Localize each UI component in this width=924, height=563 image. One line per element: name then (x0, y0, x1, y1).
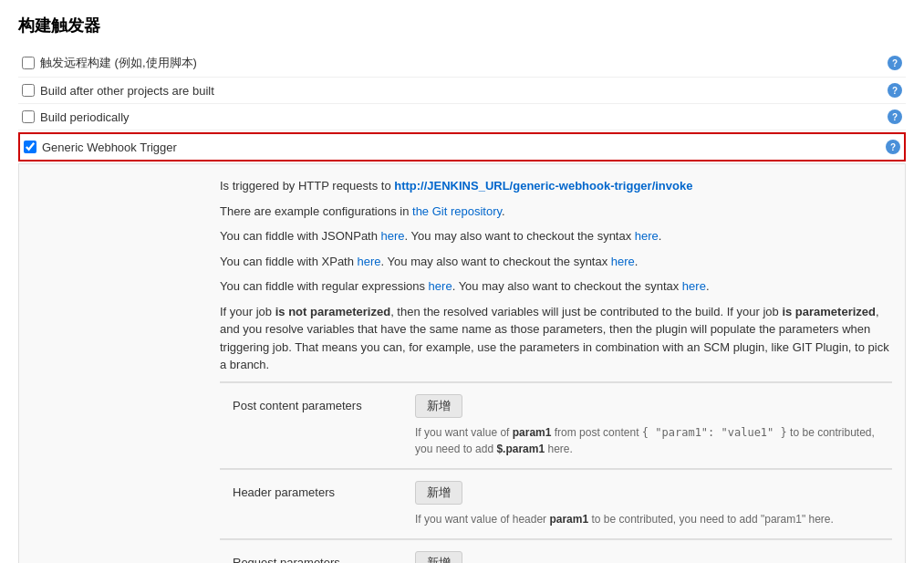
header-params-label: Header parameters (233, 481, 415, 499)
webhook-jsonpath-line: You can fiddle with JSONPath here. You m… (220, 227, 892, 245)
xpath-prefix: You can fiddle with XPath (220, 255, 358, 268)
xpath-here1-link[interactable]: here (358, 255, 381, 268)
generic-webhook-label: Generic Webhook Trigger (42, 141, 177, 154)
trigger-section: 触发远程构建 (例如,使用脚本) ? Build after other pro… (18, 49, 906, 563)
request-params-label: Request parameters (233, 551, 415, 564)
jsonpath-here2-link[interactable]: here (635, 229, 659, 243)
remote-trigger-help-icon[interactable]: ? (888, 56, 902, 70)
build-after-checkbox[interactable] (22, 84, 35, 97)
webhook-regex-line: You can fiddle with regular expressions … (220, 277, 892, 296)
header-params-section: Header parameters 新增 If you want value o… (220, 469, 892, 538)
request-params-section: Request parameters 新增 If you want value … (220, 539, 892, 564)
remote-trigger-label: 触发远程构建 (例如,使用脚本) (40, 55, 197, 71)
page-title: 构建触发器 (18, 15, 906, 36)
build-periodically-help-icon[interactable]: ? (888, 109, 902, 124)
regex-here1-link[interactable]: here (429, 279, 452, 293)
generic-webhook-help-icon[interactable]: ? (886, 140, 900, 154)
xpath-here2-link[interactable]: here (611, 255, 635, 268)
webhook-content-area: Is triggered by HTTP requests to http://… (18, 163, 906, 563)
post-content-add-button[interactable]: 新增 (415, 394, 462, 418)
remote-trigger-checkbox[interactable] (22, 57, 35, 69)
trigger-item-remote: 触发远程构建 (例如,使用脚本) ? (18, 49, 906, 78)
header-params-hint: If you want value of header param1 to be… (415, 511, 879, 527)
parameterized-note: If your job is not parameterized, then t… (220, 303, 892, 374)
jsonpath-here1-link[interactable]: here (381, 229, 405, 243)
page-container: 构建触发器 触发远程构建 (例如,使用脚本) ? Build after oth… (0, 0, 924, 563)
webhook-url-prefix: Is triggered by HTTP requests to (220, 179, 394, 193)
post-content-hint: If you want value of param1 from post co… (415, 424, 879, 457)
request-params-add-button[interactable]: 新增 (415, 551, 462, 564)
build-after-label: Build after other projects are built (40, 84, 214, 98)
post-content-section: Post content parameters 新增 If you want v… (220, 382, 892, 468)
webhook-git-repo-link[interactable]: the Git repository (412, 204, 502, 218)
trigger-item-build-periodically: Build periodically ? (18, 104, 906, 130)
regex-here2-link[interactable]: here (682, 279, 706, 293)
trigger-item-build-after: Build after other projects are built ? (18, 78, 906, 104)
webhook-xpath-line: You can fiddle with XPath here. You may … (220, 253, 892, 271)
regex-prefix: You can fiddle with regular expressions (220, 279, 429, 293)
webhook-url-link[interactable]: http://JENKINS_URL/generic-webhook-trigg… (394, 179, 692, 193)
webhook-url-strong: http://JENKINS_URL/generic-webhook-trigg… (394, 179, 692, 193)
generic-webhook-checkbox[interactable] (24, 141, 36, 153)
build-after-help-icon[interactable]: ? (888, 83, 902, 98)
webhook-url-line: Is triggered by HTTP requests to http://… (220, 177, 892, 195)
jsonpath-prefix: You can fiddle with JSONPath (220, 229, 381, 243)
trigger-item-generic-webhook: Generic Webhook Trigger ? (18, 132, 906, 162)
header-params-add-button[interactable]: 新增 (415, 481, 462, 505)
build-periodically-checkbox[interactable] (22, 110, 35, 123)
post-content-label: Post content parameters (233, 394, 415, 412)
webhook-git-repo-line: There are example configurations in the … (220, 203, 892, 221)
build-periodically-label: Build periodically (40, 110, 130, 124)
webhook-git-prefix: There are example configurations in (220, 204, 412, 218)
